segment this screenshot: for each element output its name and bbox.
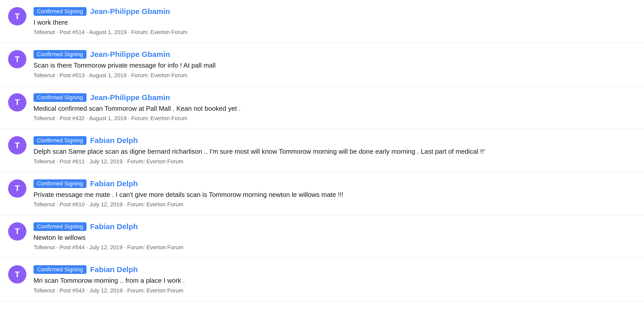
avatar: T — [8, 50, 26, 68]
post-header: Confirmed Signing Jean-Philippe Gbamin — [33, 50, 636, 59]
list-item: T Confirmed Signing Jean-Philippe Gbamin… — [0, 86, 644, 129]
player-name[interactable]: Jean-Philippe Gbamin — [90, 50, 170, 59]
post-body: Newton le willows — [33, 233, 636, 242]
post-content: Confirmed Signing Jean-Philippe Gbamin M… — [33, 93, 636, 122]
confirmed-signing-badge: Confirmed Signing — [33, 265, 87, 274]
player-name[interactable]: Jean-Philippe Gbamin — [90, 93, 170, 102]
post-content: Confirmed Signing Jean-Philippe Gbamin I… — [33, 7, 636, 36]
post-body: I work there — [33, 18, 636, 27]
post-content: Confirmed Signing Fabian Delph Mri scan … — [33, 265, 636, 294]
confirmed-signing-badge: Confirmed Signing — [33, 179, 87, 188]
post-header: Confirmed Signing Jean-Philippe Gbamin — [33, 93, 636, 102]
post-header: Confirmed Signing Fabian Delph — [33, 265, 636, 274]
player-name[interactable]: Fabian Delph — [90, 265, 138, 274]
post-meta: Tofeenut · Post #611 · July 12, 2019 · F… — [33, 158, 636, 165]
post-meta: Tofeenut · Post #432 · August 1, 2019 · … — [33, 115, 636, 122]
avatar: T — [8, 265, 26, 284]
post-header: Confirmed Signing Fabian Delph — [33, 136, 636, 145]
confirmed-signing-badge: Confirmed Signing — [33, 50, 87, 59]
post-content: Confirmed Signing Fabian Delph Private m… — [33, 179, 636, 208]
confirmed-signing-badge: Confirmed Signing — [33, 7, 87, 16]
list-item: T Confirmed Signing Fabian Delph Mri sca… — [0, 258, 644, 301]
player-name[interactable]: Fabian Delph — [90, 179, 138, 188]
post-meta: Tofeenut · Post #513 · August 1, 2019 · … — [33, 72, 636, 79]
post-list: T Confirmed Signing Jean-Philippe Gbamin… — [0, 0, 644, 301]
post-body: Medical confirmed scan Tommorow at Pall … — [33, 104, 636, 113]
post-meta: Tofeenut · Post #514 · August 1, 2019 · … — [33, 29, 636, 36]
list-item: T Confirmed Signing Jean-Philippe Gbamin… — [0, 43, 644, 86]
avatar: T — [8, 179, 26, 198]
post-content: Confirmed Signing Jean-Philippe Gbamin S… — [33, 50, 636, 79]
post-content: Confirmed Signing Fabian Delph Delph sca… — [33, 136, 636, 165]
player-name[interactable]: Fabian Delph — [90, 136, 138, 145]
player-name[interactable]: Jean-Philippe Gbamin — [90, 7, 170, 16]
post-body: Scan is there Tommorow private message f… — [33, 61, 636, 70]
avatar: T — [8, 222, 26, 241]
confirmed-signing-badge: Confirmed Signing — [33, 93, 87, 102]
post-body: Mri scan Tommorow morning .. from a plac… — [33, 276, 636, 285]
post-meta: Tofeenut · Post #610 · July 12, 2019 · F… — [33, 201, 636, 208]
post-body: Private message me mate . I can't give m… — [33, 190, 636, 199]
avatar: T — [8, 136, 26, 154]
post-content: Confirmed Signing Fabian Delph Newton le… — [33, 222, 636, 251]
post-header: Confirmed Signing Fabian Delph — [33, 179, 636, 188]
avatar: T — [8, 93, 26, 112]
post-body: Delph scan Same place scan as digne bern… — [33, 147, 636, 156]
post-header: Confirmed Signing Fabian Delph — [33, 222, 636, 231]
confirmed-signing-badge: Confirmed Signing — [33, 222, 87, 231]
post-header: Confirmed Signing Jean-Philippe Gbamin — [33, 7, 636, 16]
list-item: T Confirmed Signing Fabian Delph Private… — [0, 172, 644, 215]
player-name[interactable]: Fabian Delph — [90, 222, 138, 231]
list-item: T Confirmed Signing Jean-Philippe Gbamin… — [0, 0, 644, 43]
post-meta: Tofeenut · Post #544 · July 12, 2019 · F… — [33, 244, 636, 251]
confirmed-signing-badge: Confirmed Signing — [33, 136, 87, 145]
avatar: T — [8, 7, 26, 25]
post-meta: Tofeenut · Post #543 · July 12, 2019 · F… — [33, 287, 636, 294]
list-item: T Confirmed Signing Fabian Delph Delph s… — [0, 129, 644, 172]
list-item: T Confirmed Signing Fabian Delph Newton … — [0, 215, 644, 258]
